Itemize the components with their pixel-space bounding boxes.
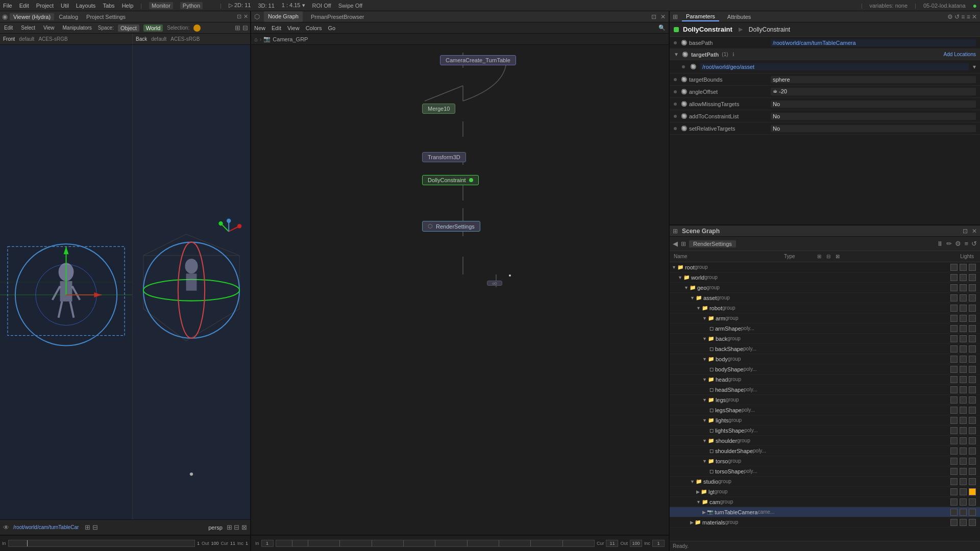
targetpath-value-row[interactable]: 🔘 /root/world/geo/asset ▾ <box>670 60 980 73</box>
breadcrumb-camera-grp[interactable]: Camera_GRP <box>273 36 308 42</box>
sg-check-1-arm[interactable] <box>960 315 967 322</box>
sg-check-0-arm[interactable] <box>950 315 958 322</box>
targetpath-value[interactable]: /root/world/geo/asset <box>700 63 969 70</box>
tab-node-graph[interactable]: Node Graph <box>264 11 303 22</box>
sg-check-0-torso[interactable] <box>950 458 958 465</box>
view-ctrl-btn[interactable]: View <box>41 25 57 31</box>
sg-expand-shoulder[interactable]: ▼ <box>702 438 707 443</box>
sg-expand-btn[interactable]: ⊡ <box>963 228 968 235</box>
sg-tree-row-geo[interactable]: ▼📁geogroup <box>670 283 980 293</box>
sg-check-1-lightsShape[interactable] <box>960 427 967 434</box>
sg-check-0-geo[interactable] <box>950 284 958 291</box>
sg-check-1-materials[interactable] <box>960 519 967 526</box>
back-btn[interactable]: Back <box>136 36 147 42</box>
ng-inc-value[interactable]: 1 <box>652 540 665 547</box>
sg-check-0-lightsShape[interactable] <box>950 427 958 434</box>
sg-tree-row-world[interactable]: ▼📁worldgroup <box>670 272 980 283</box>
sg-check-1-lgt[interactable] <box>960 488 967 495</box>
sg-check-2-body[interactable] <box>969 356 976 363</box>
sg-check-1-lights[interactable] <box>960 417 967 424</box>
param-addtoconstraint-value[interactable]: No <box>771 113 976 120</box>
params-tab-attributes[interactable]: Attributes <box>723 13 755 21</box>
sg-check-0-bodyShape[interactable] <box>950 366 958 373</box>
sg-check-0-cam[interactable] <box>950 498 958 506</box>
sg-check-2-legsShape[interactable] <box>969 407 976 414</box>
sg-check-2-materials[interactable] <box>969 519 976 526</box>
timeline-track[interactable] <box>8 540 195 547</box>
viewport-persp[interactable] <box>133 45 250 519</box>
tab-viewer-hydra[interactable]: Viewer (Hydra) <box>10 13 54 20</box>
sg-back-btn[interactable]: ◀ <box>673 240 678 247</box>
sg-check-1-backShape[interactable] <box>960 345 967 353</box>
sg-gear-icon[interactable]: ⚙ <box>955 240 961 247</box>
sg-check-0-shoulder[interactable] <box>950 437 958 444</box>
sg-tree-row-studio[interactable]: ▼📁studiogroup <box>670 477 980 487</box>
sg-check-2-headShape[interactable] <box>969 386 976 393</box>
sg-tree-row-body[interactable]: ▼📁bodygroup <box>670 354 980 364</box>
sg-pause-icon[interactable]: ⏸ <box>937 240 943 247</box>
sg-check-2-studio[interactable] <box>969 478 976 485</box>
ng-menu-go[interactable]: Go <box>328 25 335 31</box>
sg-check-1-body[interactable] <box>960 356 967 363</box>
sg-check-1-cam[interactable] <box>960 498 967 506</box>
ng-in-value[interactable]: 1 <box>261 540 274 547</box>
sg-tree-row-backShape[interactable]: ◻backShapepoly... <box>670 344 980 354</box>
sg-check-0-robot[interactable] <box>950 305 958 312</box>
viewport-icons2[interactable]: ⊞ ⊟ <box>85 523 98 531</box>
sg-check-0-torsoShape[interactable] <box>950 468 958 475</box>
sg-check-0-lgt[interactable] <box>950 488 958 495</box>
sg-tree-row-back[interactable]: ▼📁backgroup <box>670 334 980 344</box>
sg-tree-row-torso[interactable]: ▼📁torsogroup <box>670 456 980 466</box>
sg-tree-row-legsShape[interactable]: ◻legsShapepoly... <box>670 405 980 415</box>
sg-expand-torso[interactable]: ▼ <box>702 459 707 464</box>
ng-menu-view[interactable]: View <box>287 25 300 31</box>
sg-check-1-robot[interactable] <box>960 305 967 312</box>
sg-check-2-lights[interactable] <box>969 417 976 424</box>
view-mode-3d[interactable]: 3D: 11 <box>258 3 274 9</box>
sg-tree-row-shoulder[interactable]: ▼📁shouldergroup <box>670 436 980 446</box>
sg-expand-materials[interactable]: ▶ <box>690 520 694 525</box>
ng-close-btn[interactable]: ✕ <box>660 13 666 20</box>
sg-check-2-torso[interactable] <box>969 458 976 465</box>
swipe-off-btn[interactable]: Swipe Off <box>338 3 363 9</box>
sg-check-2-legs[interactable] <box>969 396 976 404</box>
tab-prman[interactable]: PrmanPresetBrowser <box>307 14 369 20</box>
sg-tree-row-shoulderShape[interactable]: ◻shoulderShapepoly... <box>670 446 980 456</box>
sg-expand-legs[interactable]: ▼ <box>702 397 707 403</box>
ng-out-value[interactable]: 100 <box>630 540 642 547</box>
sg-check-2-cam[interactable] <box>969 498 976 506</box>
sg-expand-geo[interactable]: ▼ <box>684 285 689 290</box>
sg-check-2-lgt[interactable] <box>969 488 976 495</box>
sg-expand-back[interactable]: ▼ <box>702 336 707 341</box>
sg-expand-cam[interactable]: ▼ <box>696 499 701 505</box>
sg-check-1-legs[interactable] <box>960 396 967 404</box>
roi-btn[interactable]: ROI Off <box>312 3 331 9</box>
sg-expand-robot[interactable]: ▼ <box>696 306 701 311</box>
sg-expand-lights[interactable]: ▼ <box>702 418 707 423</box>
sg-expand-lgt[interactable]: ▶ <box>696 489 700 494</box>
sg-expand-arm[interactable]: ▼ <box>702 316 707 321</box>
sg-check-2-torsoShape[interactable] <box>969 468 976 475</box>
param-targetbounds-value[interactable]: sphere <box>771 76 976 83</box>
param-angleoffset-row[interactable]: 🔘 angleOffset ≑ -20 <box>670 86 980 98</box>
sg-check-1-armShape[interactable] <box>960 325 967 332</box>
ng-canvas[interactable]: CameraCreate_TurnTable Merge10 Transform… <box>251 45 669 535</box>
viewport-area[interactable]: 👁 /root/world/cam/turnTableCar ⊞ ⊟ persp… <box>0 45 250 535</box>
sg-tree-row-head[interactable]: ▼📁headgroup <box>670 374 980 385</box>
sg-check-1-shoulder[interactable] <box>960 437 967 444</box>
ng-menu-edit[interactable]: Edit <box>272 25 281 31</box>
menu-util[interactable]: Util <box>61 3 69 9</box>
param-targetbounds-row[interactable]: 🔘 targetBounds sphere <box>670 73 980 86</box>
sg-check-1-head[interactable] <box>960 376 967 383</box>
sg-check-2-bodyShape[interactable] <box>969 366 976 373</box>
sg-check-1-world[interactable] <box>960 274 967 281</box>
params-tab-parameters[interactable]: Parameters <box>682 12 719 21</box>
node-merge10[interactable]: Merge10 <box>422 104 455 114</box>
world-btn[interactable]: World <box>143 24 163 32</box>
params-icons[interactable]: ⚙ ↺ ≡ ≡ ✕ <box>947 13 977 20</box>
sg-check-2-robot[interactable] <box>969 305 976 312</box>
sg-expand-world[interactable]: ▼ <box>678 275 682 280</box>
sg-check-0-headShape[interactable] <box>950 386 958 393</box>
sg-check-2-shoulder[interactable] <box>969 437 976 444</box>
sg-tree-row-materials[interactable]: ▶📁materialsgroup <box>670 517 980 528</box>
